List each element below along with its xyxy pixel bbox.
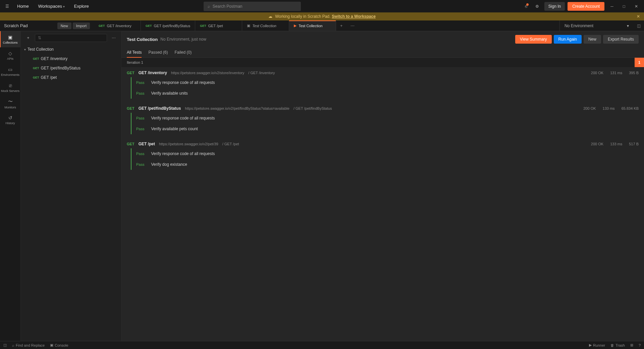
response-size: 517 B: [629, 142, 639, 146]
iteration-label: Iteration 1: [127, 60, 143, 64]
response-size: 65.834 KB: [622, 106, 639, 110]
maximize-icon[interactable]: □: [620, 2, 629, 11]
new-button[interactable]: New: [57, 22, 71, 29]
request-name: GET /pet: [139, 142, 155, 146]
tree-request-item[interactable]: GET GET /pet: [21, 73, 121, 82]
add-collection-icon[interactable]: +: [24, 34, 32, 42]
tree-panel: + ⇅ ⋯ ▾ Test Collection GET GET /invento…: [21, 31, 121, 341]
test-status: Pass: [136, 127, 144, 131]
test-description: Verify dog existance: [151, 162, 187, 167]
request-row[interactable]: GET GET /inventory https://petstore.swag…: [127, 67, 639, 77]
minimize-icon[interactable]: ─: [607, 2, 617, 11]
method-badge: GET: [127, 142, 135, 146]
status-code: 200 OK: [583, 106, 596, 110]
titlebar: ☰ Home Workspaces Explore ⌕ Search Postm…: [0, 0, 644, 12]
tab-pet[interactable]: GET GET /pet: [195, 20, 242, 31]
tree-label: GET /pet/findByStatus: [41, 66, 81, 70]
content: Test Collection No Environment, just now…: [121, 31, 644, 341]
tree-request-item[interactable]: GET GET /pet/findByStatus: [21, 63, 121, 73]
panel-toggle-icon[interactable]: ◫: [3, 343, 7, 347]
env-quick-look-icon[interactable]: ◫: [634, 20, 644, 31]
nav-home[interactable]: Home: [13, 1, 33, 11]
test-row: Pass Verify response code of all request…: [131, 148, 639, 159]
sidebar: ▣ Collections ◇ APIs ▭ Environments ⎚ Mo…: [0, 31, 21, 341]
test-description: Verify response code of all requests: [151, 80, 215, 85]
iteration-badge[interactable]: 1: [635, 58, 644, 67]
request-path: / GET /pet: [222, 142, 239, 146]
tab-runner[interactable]: ▶ Test Collection: [289, 20, 336, 31]
sidebar-item-collections[interactable]: ▣ Collections: [0, 31, 20, 47]
history-icon: ↺: [8, 115, 12, 120]
test-status: Pass: [136, 81, 144, 85]
trash-button[interactable]: 🗑Trash: [610, 343, 625, 347]
nav-workspaces[interactable]: Workspaces: [34, 1, 69, 11]
signin-button[interactable]: Sign In: [544, 2, 565, 11]
tab-inventory[interactable]: GET GET /inventory: [94, 20, 141, 31]
chevron-down-icon: ▾: [24, 48, 26, 51]
help-icon[interactable]: ?: [639, 343, 641, 347]
runner-icon: ▶: [589, 343, 592, 347]
filter-input[interactable]: ⇅: [35, 34, 107, 42]
import-button[interactable]: Import: [73, 22, 90, 29]
chevron-down-icon: ▾: [627, 23, 629, 28]
new-run-button[interactable]: New: [584, 35, 601, 44]
sidebar-item-mock-servers[interactable]: ⎚ Mock Servers: [0, 80, 20, 96]
sidebar-label: Mock Servers: [1, 89, 19, 93]
sidebar-item-environments[interactable]: ▭ Environments: [0, 63, 20, 80]
environment-select[interactable]: No Environment ▾: [559, 20, 634, 31]
sidebar-item-apis[interactable]: ◇ APIs: [0, 47, 20, 63]
request-name: GET /pet/findByStatus: [139, 106, 181, 111]
test-status: Pass: [136, 152, 144, 156]
request-row[interactable]: GET GET /pet https://petstore.swagger.io…: [127, 138, 639, 148]
request-url: https://petstore.swagger.io/v2/pet/39: [159, 142, 218, 146]
banner-link[interactable]: Switch to a Workspace: [332, 14, 375, 19]
environments-icon: ▭: [8, 67, 12, 72]
tree-label: GET /inventory: [41, 56, 68, 61]
page-title: Test Collection: [127, 37, 158, 42]
create-account-button[interactable]: Create Account: [568, 2, 604, 11]
view-summary-button[interactable]: View Summary: [515, 35, 551, 44]
tab-collection[interactable]: ▣ Test Collection: [242, 20, 289, 31]
search-icon: ⌕: [208, 4, 210, 9]
subtab-failed[interactable]: Failed (0): [175, 47, 192, 57]
subtab-all-tests[interactable]: All Tests: [127, 47, 142, 57]
close-icon[interactable]: ✕: [631, 2, 641, 11]
tab-options-icon[interactable]: ⋯: [346, 20, 359, 31]
menu-icon[interactable]: ☰: [3, 2, 12, 11]
subtab-passed[interactable]: Passed (6): [148, 47, 168, 57]
test-row: Pass Verify response code of all request…: [131, 113, 639, 123]
method-badge: GET: [200, 24, 206, 28]
api-icon: ◇: [8, 51, 12, 56]
method-badge: GET: [127, 71, 135, 75]
tab-findbystatus[interactable]: GET GET /pet/findByStatus: [141, 20, 195, 31]
run-again-button[interactable]: Run Again: [554, 35, 582, 44]
request-name: GET /inventory: [139, 70, 167, 75]
search-input[interactable]: ⌕ Search Postman: [204, 2, 301, 11]
tabbar: Scratch Pad New Import GET GET /inventor…: [0, 20, 644, 31]
layout-icon[interactable]: ⊞: [630, 343, 633, 347]
settings-icon[interactable]: ⚙: [533, 2, 542, 11]
sidebar-item-monitors[interactable]: 〜 Monitors: [0, 96, 20, 112]
response-time: 133 ms: [603, 106, 615, 110]
test-description: Verify available pets count: [151, 127, 198, 131]
response-size: 395 B: [629, 71, 639, 75]
test-row: Pass Verify response code of all request…: [131, 77, 639, 88]
tree-collection-root[interactable]: ▾ Test Collection: [21, 45, 121, 54]
method-badge: GET: [33, 57, 39, 60]
console-button[interactable]: ▣Console: [50, 343, 68, 347]
sidebar-item-history[interactable]: ↺ History: [0, 112, 20, 128]
nav-explore[interactable]: Explore: [70, 1, 93, 11]
banner-close-icon[interactable]: ✕: [637, 14, 640, 19]
add-tab-icon[interactable]: +: [336, 20, 346, 31]
invite-icon[interactable]: ⎋: [522, 2, 530, 11]
runner-button[interactable]: ▶Runner: [589, 343, 605, 347]
request-row[interactable]: GET GET /pet/findByStatus https://petsto…: [127, 103, 639, 113]
test-block: Pass Verify response code of all request…: [131, 148, 639, 170]
tree-options-icon[interactable]: ⋯: [110, 36, 118, 40]
request-url: https://petstore.swagger.io/v2/pet/findB…: [185, 106, 289, 110]
mock-server-icon: ⎚: [9, 83, 12, 88]
find-replace-button[interactable]: ⌕Find and Replace: [12, 343, 45, 347]
tab-label: Test Collection: [252, 24, 276, 28]
export-results-button[interactable]: Export Results: [603, 35, 639, 44]
tree-request-item[interactable]: GET GET /inventory: [21, 54, 121, 63]
